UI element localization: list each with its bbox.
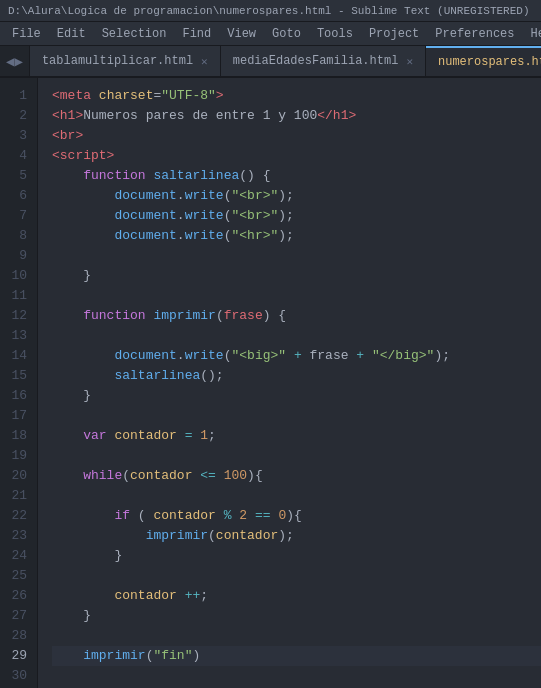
code-line-19 (52, 446, 541, 466)
code-line-4: <script> (52, 146, 541, 166)
line-num-15: 15 (8, 366, 27, 386)
tab-label: mediaEdadesFamilia.html (233, 54, 399, 68)
tab-numerospares[interactable]: numerospares.html ✕ (426, 46, 541, 76)
nav-arrows[interactable]: ◀ ▶ (0, 46, 30, 76)
code-line-26: contador ++; (52, 586, 541, 606)
tab-tablamultiplicar[interactable]: tablamultiplicar.html ✕ (30, 46, 221, 76)
line-num-9: 9 (8, 246, 27, 266)
code-line-8: document.write("<hr>"); (52, 226, 541, 246)
code-line-22: if ( contador % 2 == 0){ (52, 506, 541, 526)
line-num-14: 14 (8, 346, 27, 366)
line-num-24: 24 (8, 546, 27, 566)
tab-close-tablamultiplicar[interactable]: ✕ (199, 54, 210, 69)
line-num-17: 17 (8, 406, 27, 426)
line-num-29: 29 (8, 646, 27, 666)
tabs-bar: ◀ ▶ tablamultiplicar.html ✕ mediaEdadesF… (0, 46, 541, 78)
code-line-11 (52, 286, 541, 306)
line-num-16: 16 (8, 386, 27, 406)
line-num-18: 18 (8, 426, 27, 446)
code-line-27: } (52, 606, 541, 626)
code-line-24: } (52, 546, 541, 566)
line-num-13: 13 (8, 326, 27, 346)
menu-project[interactable]: Project (361, 25, 427, 43)
line-numbers: 1 2 3 4 5 6 7 8 9 10 11 12 13 14 15 16 1… (0, 78, 38, 688)
line-num-3: 3 (8, 126, 27, 146)
code-line-10: } (52, 266, 541, 286)
menu-selection[interactable]: Selection (94, 25, 175, 43)
code-line-16: } (52, 386, 541, 406)
code-line-17 (52, 406, 541, 426)
code-line-20: while(contador <= 100){ (52, 466, 541, 486)
line-num-22: 22 (8, 506, 27, 526)
line-num-1: 1 (8, 86, 27, 106)
line-num-25: 25 (8, 566, 27, 586)
code-line-1: <meta charset="UTF-8"> (52, 86, 541, 106)
code-line-30 (52, 666, 541, 686)
nav-left-icon: ◀ (6, 53, 14, 70)
tab-mediaedadesfamilia[interactable]: mediaEdadesFamilia.html ✕ (221, 46, 426, 76)
line-num-23: 23 (8, 526, 27, 546)
menu-help[interactable]: Help (523, 25, 541, 43)
line-num-6: 6 (8, 186, 27, 206)
line-num-8: 8 (8, 226, 27, 246)
code-line-28 (52, 626, 541, 646)
code-line-29: imprimir("fin") (52, 646, 541, 666)
code-line-23: imprimir(contador); (52, 526, 541, 546)
code-line-14: document.write("<big>" + frase + "</big>… (52, 346, 541, 366)
title-bar: D:\Alura\Logica de programacion\numerosp… (0, 0, 541, 22)
line-num-20: 20 (8, 466, 27, 486)
line-num-21: 21 (8, 486, 27, 506)
menu-edit[interactable]: Edit (49, 25, 94, 43)
code-line-18: var contador = 1; (52, 426, 541, 446)
tab-label: tablamultiplicar.html (42, 54, 193, 68)
code-line-7: document.write("<br>"); (52, 206, 541, 226)
editor: 1 2 3 4 5 6 7 8 9 10 11 12 13 14 15 16 1… (0, 78, 541, 688)
line-num-7: 7 (8, 206, 27, 226)
menu-goto[interactable]: Goto (264, 25, 309, 43)
line-num-5: 5 (8, 166, 27, 186)
tab-label-active: numerospares.html (438, 55, 541, 69)
line-num-11: 11 (8, 286, 27, 306)
code-line-12: function imprimir(frase) { (52, 306, 541, 326)
nav-right-icon: ▶ (14, 53, 22, 70)
menu-view[interactable]: View (219, 25, 264, 43)
menu-preferences[interactable]: Preferences (427, 25, 522, 43)
code-line-13 (52, 326, 541, 346)
line-num-12: 12 (8, 306, 27, 326)
code-line-5: function saltarlinea() { (52, 166, 541, 186)
tab-close-media[interactable]: ✕ (404, 54, 415, 69)
code-line-21 (52, 486, 541, 506)
line-num-10: 10 (8, 266, 27, 286)
title-text: D:\Alura\Logica de programacion\numerosp… (8, 5, 530, 17)
line-num-19: 19 (8, 446, 27, 466)
line-num-2: 2 (8, 106, 27, 126)
code-line-15: saltarlinea(); (52, 366, 541, 386)
menu-tools[interactable]: Tools (309, 25, 361, 43)
code-line-6: document.write("<br>"); (52, 186, 541, 206)
line-num-28: 28 (8, 626, 27, 646)
line-num-26: 26 (8, 586, 27, 606)
line-num-30: 30 (8, 666, 27, 686)
menu-find[interactable]: Find (174, 25, 219, 43)
line-num-27: 27 (8, 606, 27, 626)
line-num-4: 4 (8, 146, 27, 166)
code-line-3: <br> (52, 126, 541, 146)
code-content[interactable]: <meta charset="UTF-8"> <h1>Numeros pares… (38, 78, 541, 688)
menu-bar: File Edit Selection Find View Goto Tools… (0, 22, 541, 46)
code-line-2: <h1>Numeros pares de entre 1 y 100</h1> (52, 106, 541, 126)
code-line-25 (52, 566, 541, 586)
menu-file[interactable]: File (4, 25, 49, 43)
code-line-9 (52, 246, 541, 266)
